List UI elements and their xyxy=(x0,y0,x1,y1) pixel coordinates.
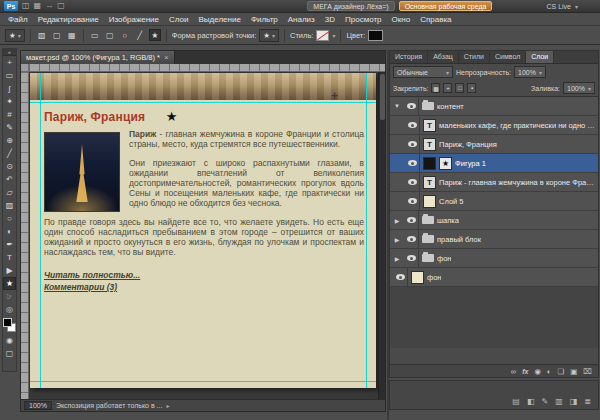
dock-icon-4[interactable]: ▥ xyxy=(555,397,563,406)
zoom-level-field[interactable]: 100% xyxy=(24,401,52,410)
layer-thumbnail[interactable] xyxy=(423,195,436,208)
menu-filter[interactable]: Фильтр xyxy=(246,15,283,24)
arrange-documents-icon[interactable]: ↔ xyxy=(45,1,53,11)
fill-field[interactable]: 100% ▾ xyxy=(563,82,595,94)
visibility-eye-icon[interactable] xyxy=(405,116,420,135)
twirl-closed-icon[interactable]: ▶ xyxy=(393,255,401,262)
rectangle-tool-icon[interactable]: ▭ xyxy=(89,29,101,41)
shape-tool[interactable]: ★ xyxy=(3,277,16,290)
clone-stamp-tool[interactable]: ⊙ xyxy=(3,160,16,173)
dock-icon-2[interactable]: ◧ xyxy=(527,397,535,406)
opacity-field[interactable]: 100% ▾ xyxy=(514,66,546,78)
path-selection-tool[interactable]: ▶ xyxy=(3,264,16,277)
eraser-tool[interactable]: ▱ xyxy=(3,186,16,199)
star-shape[interactable]: ★ xyxy=(166,109,178,124)
ellipse-tool-icon[interactable]: ○ xyxy=(119,29,131,41)
menu-select[interactable]: Выделение xyxy=(193,15,245,24)
shape-fill-thumbnail[interactable] xyxy=(423,157,436,170)
menu-image[interactable]: Изображение xyxy=(104,15,164,24)
lasso-tool[interactable]: ʃ xyxy=(3,82,16,95)
delete-layer-icon[interactable]: ⌧ xyxy=(583,367,592,376)
layer-row-text-paris-france[interactable]: T Париж, Франция xyxy=(390,135,598,154)
layer-name[interactable]: Париж - главная жемчужина в короне Франц… xyxy=(439,178,595,187)
guide-horizontal-bottom[interactable] xyxy=(30,381,376,382)
layer-row-group-right-block[interactable]: ▶ правый блок xyxy=(390,230,598,249)
paths-mode-icon[interactable]: ▢ xyxy=(51,29,63,41)
style-swatch[interactable] xyxy=(316,30,329,41)
layer-name[interactable]: фон xyxy=(437,254,451,263)
layer-name[interactable]: правый блок xyxy=(437,235,481,244)
layer-row-shape-1-selected[interactable]: ★ Фигура 1 xyxy=(390,154,598,173)
menu-file[interactable]: Файл xyxy=(3,15,33,24)
quick-selection-tool[interactable]: ✦ xyxy=(3,95,16,108)
visibility-eye-icon[interactable] xyxy=(405,173,420,192)
color-swatch[interactable] xyxy=(368,30,383,41)
dock-icon-6[interactable]: ≣ xyxy=(584,397,591,406)
layer-row-group-background[interactable]: ▶ фон xyxy=(390,249,598,268)
blend-mode-select[interactable]: Обычные ▾ xyxy=(393,66,453,78)
blur-tool[interactable]: ○ xyxy=(3,212,16,225)
workspace-button-custom[interactable]: МЕГА дизайнер Лёха=) xyxy=(307,1,394,11)
layer-mask-icon[interactable]: ◉ xyxy=(534,367,541,376)
view-extras-icon[interactable]: ▦ xyxy=(34,1,42,11)
line-tool-icon[interactable]: ╱ xyxy=(134,29,146,41)
screen-mode-button[interactable]: ▢ xyxy=(3,347,16,360)
menu-3d[interactable]: 3D xyxy=(320,15,340,24)
layer-name[interactable]: шапка xyxy=(437,216,459,225)
link-layers-icon[interactable]: ∞ xyxy=(511,367,516,376)
vertical-scrollbar[interactable] xyxy=(378,72,385,399)
custom-shape-tool-icon[interactable]: ★ xyxy=(149,29,161,41)
workspace-button-default[interactable]: Основная рабочая среда xyxy=(399,1,493,11)
shape-picker[interactable]: ★ ▾ xyxy=(259,29,279,42)
screen-mode-icon[interactable]: ▢ xyxy=(57,1,65,11)
fill-pixels-mode-icon[interactable]: ▦ xyxy=(66,29,78,41)
gradient-tool[interactable]: ▨ xyxy=(3,199,16,212)
layer-row-text-paris-jewel[interactable]: T Париж - главная жемчужина в короне Фра… xyxy=(390,173,598,192)
new-group-icon[interactable]: ❏ xyxy=(558,367,565,376)
twirl-closed-icon[interactable]: ▶ xyxy=(393,217,401,224)
guide-horizontal-top[interactable] xyxy=(30,102,376,103)
foreground-color-swatch[interactable] xyxy=(3,318,12,327)
layer-row-layer-5[interactable]: Слой 5 xyxy=(390,192,598,211)
visibility-eye-icon[interactable] xyxy=(405,192,420,211)
tab-history[interactable]: История xyxy=(390,51,428,63)
layer-name[interactable]: маленьких кафе, где практически ни одно … xyxy=(439,121,595,130)
eyedropper-tool[interactable]: ✎ xyxy=(3,121,16,134)
lock-pixels-icon[interactable]: □ xyxy=(455,83,464,93)
status-arrow-icon[interactable]: ▸ xyxy=(166,402,169,409)
dodge-tool[interactable]: ◐ xyxy=(3,225,16,238)
vector-mask-thumbnail[interactable]: ★ xyxy=(439,157,452,170)
color-swatches[interactable] xyxy=(3,318,16,332)
visibility-eye-icon[interactable] xyxy=(404,97,419,116)
menu-edit[interactable]: Редактирование xyxy=(33,15,104,24)
menu-analysis[interactable]: Анализ xyxy=(283,15,320,24)
zoom-tool[interactable]: ◎ xyxy=(3,303,16,316)
layer-name[interactable]: Париж, Франция xyxy=(439,140,497,149)
comments-link[interactable]: Комментарии (3) xyxy=(44,281,364,293)
layer-row-background[interactable]: фон xyxy=(390,268,598,287)
visibility-eye-icon[interactable] xyxy=(404,230,419,249)
layer-name[interactable]: Фигура 1 xyxy=(455,159,486,168)
dock-icon-1[interactable]: ▤ xyxy=(512,397,520,406)
marquee-tool[interactable]: ▭ xyxy=(3,69,16,82)
scrollbar-thumb[interactable] xyxy=(380,74,385,120)
layer-row-group-content[interactable]: ▼ контент xyxy=(390,97,598,116)
hand-tool[interactable]: ☞ xyxy=(3,290,16,303)
menu-help[interactable]: Справка xyxy=(415,15,456,24)
visibility-eye-icon[interactable] xyxy=(404,249,419,268)
move-tool[interactable]: + xyxy=(3,56,16,69)
pen-tool[interactable]: ✒ xyxy=(3,238,16,251)
twirl-closed-icon[interactable]: ▶ xyxy=(393,236,401,243)
layer-row-text-cafe[interactable]: T маленьких кафе, где практически ни одн… xyxy=(390,116,598,135)
tab-paragraph[interactable]: Абзац xyxy=(428,51,459,63)
brush-tool[interactable]: ╱ xyxy=(3,147,16,160)
lock-all-icon[interactable]: ▪ xyxy=(467,83,476,93)
lock-position-icon[interactable]: + xyxy=(443,83,452,93)
tool-preset-picker[interactable]: ★ ▾ xyxy=(5,29,25,42)
shape-layers-mode-icon[interactable]: ▧ xyxy=(36,29,48,41)
layer-row-group-header[interactable]: ▶ шапка xyxy=(390,211,598,230)
collapse-toolbar-icon[interactable]: « xyxy=(3,49,16,56)
tab-styles[interactable]: Стили xyxy=(459,51,490,63)
crop-tool[interactable]: # xyxy=(3,108,16,121)
new-layer-icon[interactable]: ▣ xyxy=(570,367,577,376)
